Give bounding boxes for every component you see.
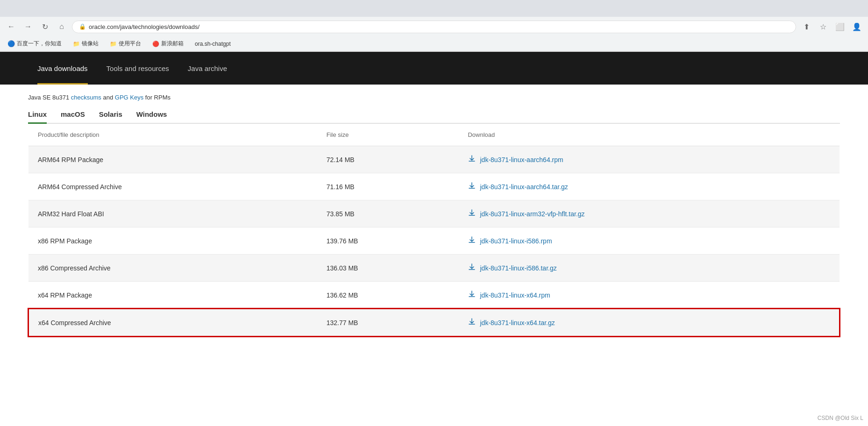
platform-icon: 📁: [110, 41, 117, 47]
download-filename: jdk-8u371-linux-aarch64.tar.gz: [480, 183, 568, 191]
download-filename: jdk-8u371-linux-aarch64.rpm: [480, 156, 563, 163]
table-row: ARM32 Hard Float ABI73.85 MB jdk-8u371-l…: [28, 200, 840, 227]
download-filename: jdk-8u371-linux-x64.rpm: [480, 291, 550, 299]
cell-download[interactable]: jdk-8u371-linux-x64.tar.gz: [458, 309, 840, 336]
bookmark-weibo-label: 新浪邮箱: [161, 40, 184, 48]
cell-download[interactable]: jdk-8u371-linux-x64.rpm: [458, 282, 840, 309]
download-icon: [468, 155, 476, 164]
lock-icon: 🔒: [79, 23, 86, 30]
download-link[interactable]: jdk-8u371-linux-arm32-vfp-hflt.tar.gz: [468, 209, 830, 219]
col-header-description: Product/file description: [28, 124, 317, 146]
table-row: ARM64 Compressed Archive71.16 MB jdk-8u3…: [28, 173, 840, 200]
forward-button[interactable]: →: [21, 20, 35, 33]
table-row: ARM64 RPM Package72.14 MB jdk-8u371-linu…: [28, 146, 840, 173]
cell-download[interactable]: jdk-8u371-linux-i586.rpm: [458, 227, 840, 255]
address-bar[interactable]: 🔒 oracle.com/java/technologies/downloads…: [72, 21, 796, 33]
table-row: x86 Compressed Archive136.03 MB jdk-8u37…: [28, 255, 840, 282]
browser-chrome: ← → ↻ ⌂ 🔒 oracle.com/java/technologies/d…: [0, 0, 868, 52]
share-button[interactable]: ⬆: [800, 20, 813, 33]
cell-size: 72.14 MB: [317, 146, 459, 173]
bookmark-button[interactable]: ☆: [817, 20, 830, 33]
cell-description: x86 Compressed Archive: [28, 255, 317, 282]
subtitle-separator: and: [103, 94, 114, 101]
chatgpt-label: ora.sh-chatgpt: [195, 41, 231, 47]
cell-size: 139.76 MB: [317, 227, 459, 255]
download-link[interactable]: jdk-8u371-linux-i586.rpm: [468, 236, 830, 246]
download-icon: [468, 182, 476, 192]
cell-size: 73.85 MB: [317, 200, 459, 227]
download-filename: jdk-8u371-linux-arm32-vfp-hflt.tar.gz: [480, 210, 584, 218]
download-icon: [468, 209, 476, 219]
cell-description: ARM32 Hard Float ABI: [28, 200, 317, 227]
tab-macos[interactable]: macOS: [61, 110, 85, 123]
bookmark-platform-label: 使用平台: [119, 40, 141, 48]
download-icon: [468, 318, 476, 327]
col-header-download: Download: [458, 124, 840, 146]
tab-windows[interactable]: Windows: [136, 110, 167, 123]
tab-bar: [0, 0, 868, 17]
nav-tools-resources[interactable]: Tools and resources: [97, 52, 178, 85]
bookmark-baidu-label: 百度一下，你知道: [17, 40, 62, 48]
subtitle: Java SE 8u371 checksums and GPG Keys for…: [28, 94, 840, 101]
bookmark-platform[interactable]: 📁 使用平台: [107, 39, 144, 49]
download-filename: jdk-8u371-linux-x64.tar.gz: [480, 319, 555, 327]
gpg-keys-link[interactable]: GPG Keys: [115, 94, 143, 101]
table-row: x64 RPM Package136.62 MB jdk-8u371-linux…: [28, 282, 840, 309]
cell-description: x86 RPM Package: [28, 227, 317, 255]
download-link[interactable]: jdk-8u371-linux-x64.tar.gz: [468, 318, 830, 327]
bookmark-weibo[interactable]: 🔴 新浪邮箱: [149, 39, 186, 49]
refresh-button[interactable]: ↻: [38, 20, 51, 33]
download-icon: [468, 236, 476, 246]
page-nav: Java downloads Tools and resources Java …: [0, 52, 868, 85]
window-button[interactable]: ⬜: [833, 20, 847, 33]
bookmark-mirror[interactable]: 📁 镜像站: [70, 39, 101, 49]
bookmark-mirror-label: 镜像站: [82, 40, 99, 48]
download-icon: [468, 290, 476, 300]
cell-description: ARM64 RPM Package: [28, 146, 317, 173]
cell-size: 136.62 MB: [317, 282, 459, 309]
download-table: Product/file description File size Downl…: [28, 124, 840, 337]
tab-linux[interactable]: Linux: [28, 110, 47, 123]
back-button[interactable]: ←: [5, 20, 18, 33]
bookmark-baidu[interactable]: 🔵 百度一下，你知道: [5, 39, 64, 49]
table-row: x64 Compressed Archive132.77 MB jdk-8u37…: [28, 309, 840, 336]
download-link[interactable]: jdk-8u371-linux-x64.rpm: [468, 290, 830, 300]
nav-java-archive[interactable]: Java archive: [178, 52, 236, 85]
download-icon: [468, 263, 476, 273]
download-filename: jdk-8u371-linux-i586.rpm: [480, 237, 552, 245]
download-filename: jdk-8u371-linux-i586.tar.gz: [480, 264, 556, 272]
profile-button[interactable]: 👤: [850, 20, 863, 33]
bookmarks-bar: 🔵 百度一下，你知道 📁 镜像站 📁 使用平台 🔴 新浪邮箱 ora.sh-ch…: [0, 36, 868, 51]
nav-java-downloads[interactable]: Java downloads: [28, 52, 97, 85]
download-link[interactable]: jdk-8u371-linux-aarch64.tar.gz: [468, 182, 830, 192]
cell-size: 132.77 MB: [317, 309, 459, 336]
cell-description: x64 Compressed Archive: [28, 309, 317, 336]
cell-download[interactable]: jdk-8u371-linux-i586.tar.gz: [458, 255, 840, 282]
tab-solaris[interactable]: Solaris: [99, 110, 122, 123]
mirror-icon: 📁: [73, 41, 80, 47]
download-link[interactable]: jdk-8u371-linux-i586.tar.gz: [468, 263, 830, 273]
cell-description: ARM64 Compressed Archive: [28, 173, 317, 200]
os-tabs: Linux macOS Solaris Windows: [28, 110, 840, 124]
cell-download[interactable]: jdk-8u371-linux-arm32-vfp-hflt.tar.gz: [458, 200, 840, 227]
subtitle-prefix: Java SE 8u371: [28, 94, 71, 101]
cell-download[interactable]: jdk-8u371-linux-aarch64.tar.gz: [458, 173, 840, 200]
table-row: x86 RPM Package139.76 MB jdk-8u371-linux…: [28, 227, 840, 255]
subtitle-suffix: for RPMs: [145, 94, 171, 101]
home-button[interactable]: ⌂: [55, 20, 68, 33]
main-content: Java SE 8u371 checksums and GPG Keys for…: [0, 85, 868, 346]
weibo-icon: 🔴: [152, 41, 159, 47]
col-header-size: File size: [317, 124, 459, 146]
download-link[interactable]: jdk-8u371-linux-aarch64.rpm: [468, 155, 830, 164]
baidu-icon: 🔵: [7, 40, 15, 47]
nav-bar: ← → ↻ ⌂ 🔒 oracle.com/java/technologies/d…: [0, 17, 868, 36]
cell-size: 136.03 MB: [317, 255, 459, 282]
bookmark-chatgpt[interactable]: ora.sh-chatgpt: [192, 40, 234, 48]
cell-size: 71.16 MB: [317, 173, 459, 200]
checksums-link[interactable]: checksums: [71, 94, 101, 101]
cell-description: x64 RPM Package: [28, 282, 317, 309]
cell-download[interactable]: jdk-8u371-linux-aarch64.rpm: [458, 146, 840, 173]
address-text: oracle.com/java/technologies/downloads/: [89, 23, 789, 30]
